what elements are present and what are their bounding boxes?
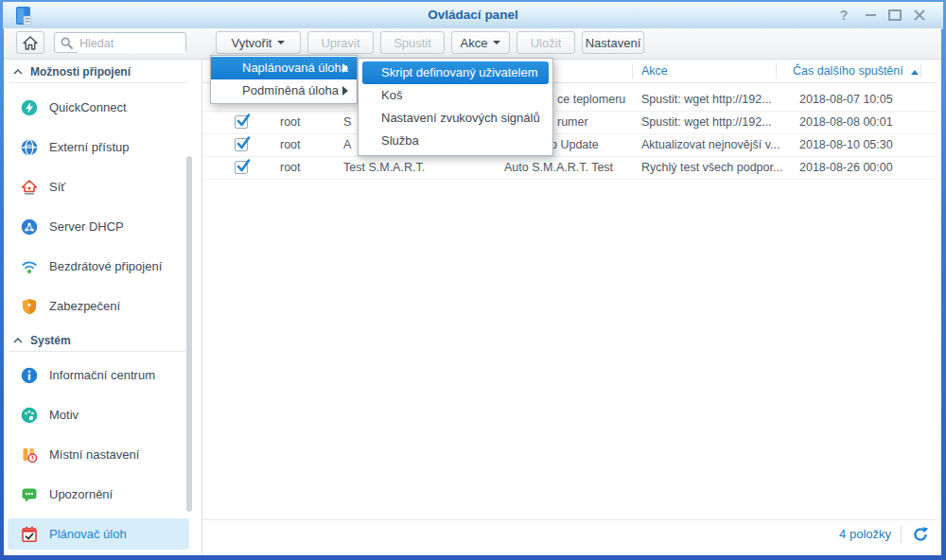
cell-task: A	[343, 133, 351, 156]
action-button-label: Akce	[461, 36, 488, 50]
sidebar-item-network[interactable]: Síť	[8, 171, 189, 202]
column-header-action[interactable]: Akce	[641, 60, 668, 82]
sidebar-item-label: Server DHCP	[49, 219, 124, 234]
cell-task-type: rumer	[557, 111, 588, 133]
divider	[9, 82, 187, 83]
submenu-item-user-defined-script[interactable]: Skript definovaný uživatelem	[362, 61, 549, 84]
cell-next-run: 2018-08-07 10:05	[799, 88, 893, 111]
close-button[interactable]	[909, 2, 930, 28]
column-header-label: Akce	[641, 64, 668, 78]
maximize-button[interactable]	[885, 2, 905, 28]
settings-button[interactable]: Nastavení	[582, 31, 644, 54]
table-row[interactable]: root S rumer Spustit: wget http://192...…	[202, 111, 937, 134]
sidebar-scrollbar[interactable]	[186, 156, 192, 512]
sidebar-item-wireless[interactable]: Bezdrátové připojení	[8, 251, 189, 282]
cell-task-type: Auto S.M.A.R.T. Test	[504, 156, 613, 179]
sidebar-item-label: Externí přístup	[49, 140, 130, 154]
home-button[interactable]	[16, 31, 44, 54]
column-divider	[632, 63, 633, 79]
locale-icon	[21, 446, 38, 464]
sort-ascending-icon	[911, 70, 919, 75]
menu-item-scheduled-task[interactable]: Naplánovaná úloha	[211, 57, 357, 79]
submenu-arrow-icon	[342, 86, 348, 96]
sidebar-item-label: Zabezpečení	[49, 299, 120, 313]
run-button[interactable]: Spustit	[380, 31, 445, 54]
column-divider	[920, 63, 921, 79]
submenu-item-service[interactable]: Služba	[359, 130, 552, 152]
cell-task-type: ce teplomeru	[557, 88, 625, 111]
divider	[901, 526, 902, 543]
search-box	[54, 32, 186, 53]
submenu-arrow-icon	[342, 63, 348, 73]
sidebar-item-info-center[interactable]: Informační centrum	[8, 359, 189, 391]
cell-action: Aktualizovat nejnovější v...	[641, 133, 780, 156]
table-row[interactable]: root A o Update Aktualizovat nejnovější …	[202, 133, 937, 157]
cell-action: Spustit: wget http://192...	[641, 88, 772, 111]
sidebar-item-label: Motiv	[49, 408, 79, 422]
close-icon	[914, 9, 925, 21]
sidebar-item-notifications[interactable]: Upozornění	[8, 479, 189, 510]
sidebar-item-label: Informační centrum	[49, 368, 155, 382]
sidebar-section-connectivity[interactable]: Možnosti připojení	[13, 64, 131, 79]
refresh-button[interactable]	[911, 525, 930, 544]
wifi-icon	[21, 258, 38, 275]
titlebar[interactable]: Ovládací panel ?	[3, 2, 943, 29]
row-checkbox[interactable]	[235, 138, 248, 151]
cell-task: Test S.M.A.R.T.	[343, 156, 425, 179]
sidebar-item-security[interactable]: Zabezpečení	[8, 290, 189, 322]
column-divider	[776, 63, 777, 79]
checkbox-check-icon	[236, 113, 251, 128]
status-bar: 4 položky	[202, 519, 937, 548]
sidebar-item-label: Upozornění	[49, 487, 113, 501]
row-checkbox[interactable]	[235, 115, 248, 129]
search-input[interactable]	[78, 34, 185, 53]
checkbox-check-icon	[236, 135, 251, 150]
menu-item-triggered-task[interactable]: Podmíněná úloha	[211, 79, 357, 102]
sidebar-item-task-scheduler[interactable]: Plánovač úloh	[8, 518, 189, 550]
sidebar-item-dhcp-server[interactable]: Server DHCP	[8, 211, 189, 242]
column-header-next-run[interactable]: Čas dalšího spuštění	[793, 60, 919, 82]
table-row[interactable]: root Test S.M.A.R.T. Auto S.M.A.R.T. Tes…	[202, 156, 937, 180]
save-button-label: Uložit	[531, 36, 562, 50]
control-panel-window: Ovládací panel ? Vytvořit Upravit Spusti…	[0, 0, 946, 560]
sidebar-section-system[interactable]: Systém	[13, 333, 71, 348]
save-button[interactable]: Uložit	[517, 31, 575, 54]
cell-owner: root	[280, 111, 301, 133]
cell-next-run: 2018-08-26 00:00	[799, 156, 893, 179]
notification-icon	[21, 486, 38, 503]
cell-action: Spustit: wget http://192...	[641, 111, 772, 133]
cell-next-run: 2018-08-08 00:01	[799, 111, 893, 133]
submenu-item-beep-control[interactable]: Nastavení zvukových signálů	[359, 107, 552, 130]
sidebar-item-external-access[interactable]: Externí přístup	[8, 131, 189, 163]
create-button[interactable]: Vytvořit	[216, 31, 301, 54]
menu-item-label: Skript definovaný uživatelem	[381, 65, 537, 79]
column-header-label: Čas dalšího spuštění	[793, 64, 903, 78]
menu-item-label: Nastavení zvukových signálů	[381, 111, 540, 125]
chevron-up-icon	[13, 69, 23, 75]
action-button[interactable]: Akce	[451, 31, 510, 54]
menu-item-label: Naplánovaná úloha	[242, 61, 348, 75]
checkbox-check-icon	[236, 158, 251, 173]
help-button[interactable]: ?	[833, 2, 854, 28]
cell-action: Rychlý test všech podpor...	[641, 156, 782, 179]
sidebar-item-label: QuickConnect	[49, 100, 127, 114]
sidebar-item-theme[interactable]: Motiv	[8, 399, 189, 430]
minimize-button[interactable]	[860, 2, 881, 28]
settings-button-label: Nastavení	[586, 36, 641, 50]
globe-icon	[21, 139, 38, 156]
sidebar-item-label: Místní nastavení	[49, 447, 139, 462]
divider	[9, 351, 187, 352]
run-button-label: Spustit	[394, 36, 431, 50]
sidebar-item-regional-options[interactable]: Místní nastavení	[8, 439, 189, 470]
palette-icon	[21, 407, 38, 424]
sidebar-item-label: Síť	[49, 180, 65, 194]
sidebar-item-quickconnect[interactable]: QuickConnect	[8, 92, 189, 123]
submenu-item-recycle-bin[interactable]: Koš	[359, 84, 552, 107]
window-title: Ovládací panel	[3, 8, 943, 22]
scheduled-task-submenu: Skript definovaný uživatelem Koš Nastave…	[358, 58, 553, 156]
network-house-icon	[21, 179, 38, 196]
create-dropdown-menu: Naplánovaná úloha Podmíněná úloha	[210, 55, 358, 104]
edit-button[interactable]: Upravit	[307, 31, 374, 54]
section-label: Možnosti připojení	[30, 65, 131, 79]
row-checkbox[interactable]	[235, 161, 248, 174]
